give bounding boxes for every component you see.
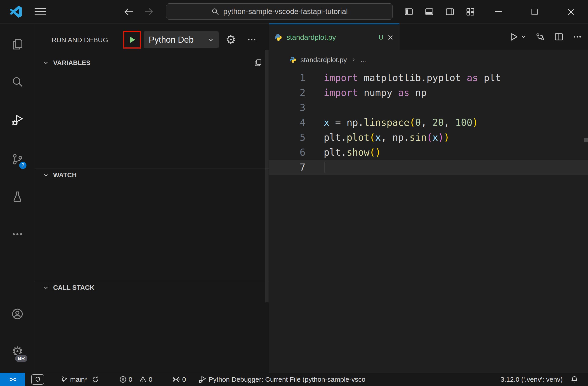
section-call-stack[interactable]: CALL STACK [35, 281, 269, 294]
search-value: python-sample-vscode-fastapi-tutorial [223, 7, 348, 16]
breadcrumb-symbol[interactable]: ... [360, 56, 366, 64]
line-number: 3 [269, 100, 305, 115]
chevron-down-icon [43, 172, 49, 178]
remote-indicator[interactable]: >< [0, 373, 25, 386]
sidebar-scrollbar[interactable] [265, 50, 269, 302]
sidebar-item-explorer[interactable] [0, 33, 35, 56]
toggle-secondary-sidebar-icon[interactable] [445, 7, 454, 16]
code-line-4: x = np.linspace(0, 20, 100) [269, 115, 588, 130]
section-watch-label: WATCH [53, 172, 77, 179]
python-interpreter-status[interactable]: 3.12.0 ('.venv': venv) [501, 376, 563, 383]
beaker-icon [11, 190, 24, 203]
window-maximize-icon[interactable] [531, 9, 538, 15]
section-call-stack-label: CALL STACK [53, 284, 94, 291]
breadcrumb-file[interactable]: standardplot.py [300, 56, 347, 64]
split-editor-icon[interactable] [554, 32, 564, 41]
editor-more-icon[interactable] [573, 32, 582, 41]
command-center-search[interactable]: python-sample-vscode-fastapi-tutorial [166, 3, 393, 20]
debug-settings-gear-icon[interactable]: ⚙ [225, 31, 237, 48]
start-debugging-button[interactable] [127, 35, 137, 45]
editor-group: standardplot.py U [269, 23, 588, 373]
code-line-6: plt.show() [269, 145, 588, 160]
ports-status[interactable]: 0 [172, 375, 186, 384]
toggle-sidebar-icon[interactable] [404, 7, 413, 16]
tab-standardplot[interactable]: standardplot.py U [269, 23, 399, 50]
git-sync-button[interactable] [92, 376, 99, 383]
vscode-window: python-sample-vscode-fastapi-tutorial [0, 0, 588, 386]
warning-count: 0 [148, 376, 152, 383]
breadcrumb: standardplot.py ... [269, 50, 588, 70]
branch-name: main* [70, 376, 87, 383]
navigate-forward-icon[interactable] [144, 7, 154, 17]
profile-badge: BR [15, 354, 28, 363]
section-variables[interactable]: VARIABLES [35, 56, 269, 69]
git-branch-status[interactable]: main* [61, 376, 87, 383]
toggle-panel-icon[interactable] [425, 7, 434, 16]
settings-gear-icon[interactable]: ⚙ BR [0, 340, 35, 363]
files-icon [11, 38, 24, 51]
workspace-trust-button[interactable] [31, 374, 44, 385]
line-number: 1 [269, 71, 305, 85]
shield-icon [35, 376, 41, 383]
copy-icon[interactable] [253, 58, 262, 67]
code-line-3 [269, 100, 588, 115]
activity-bar: 2 ⚙ BR [0, 23, 35, 373]
sidebar-title: RUN AND DEBUG [52, 36, 108, 44]
editor-actions [509, 23, 582, 50]
status-bar-right: 3.12.0 ('.venv': venv) [501, 375, 588, 384]
sidebar-item-source-control[interactable]: 2 [0, 148, 35, 171]
menu-hamburger-icon[interactable] [34, 7, 46, 17]
line-number: 2 [269, 85, 305, 100]
chevron-right-icon [350, 57, 357, 63]
git-branch-icon [61, 376, 68, 383]
customize-layout-icon[interactable] [466, 7, 475, 16]
title-bar: python-sample-vscode-fastapi-tutorial [0, 0, 588, 23]
debug-configuration-dropdown[interactable]: Python Deb [144, 31, 219, 48]
code-line-5: plt.plot(x, np.sin(x)) [269, 130, 588, 145]
open-changes-icon[interactable] [536, 32, 545, 41]
python-file-icon [275, 33, 283, 41]
section-watch[interactable]: WATCH [35, 169, 269, 182]
debugger-status-label: Python Debugger: Current File (python-sa… [209, 376, 366, 383]
run-and-debug-sidebar: RUN AND DEBUG Python Deb ⚙ VARIABLES [35, 23, 269, 373]
tab-bar: standardplot.py U [269, 23, 588, 50]
chevron-down-icon [521, 34, 526, 40]
git-untracked-indicator: U [379, 34, 383, 41]
chevron-down-icon [207, 36, 214, 44]
navigate-back-icon[interactable] [123, 7, 134, 17]
debug-views-more-icon[interactable] [245, 31, 258, 48]
warning-icon [139, 376, 147, 383]
window-close-icon[interactable] [567, 8, 575, 16]
line-number: 6 [269, 145, 305, 160]
debug-configuration-label: Python Deb [149, 35, 207, 45]
sidebar-item-run-and-debug[interactable] [0, 109, 35, 131]
code-line-1: import matplotlib.pyplot as plt [269, 71, 588, 85]
activity-more-icon[interactable] [0, 223, 35, 246]
problems-status[interactable]: 0 0 [119, 376, 152, 383]
error-icon [119, 376, 127, 383]
run-and-debug-icon [11, 114, 24, 126]
code-area[interactable]: 1234567 import matplotlib.pyplot as plti… [269, 70, 588, 175]
debug-alt-icon [198, 375, 206, 384]
line-numbers[interactable]: 1234567 [269, 71, 305, 175]
tab-close-icon[interactable] [387, 34, 394, 41]
code-line-2: import numpy as np [269, 85, 588, 100]
accounts-icon[interactable] [0, 303, 35, 325]
annotation-highlight-box [123, 31, 141, 49]
window-minimize-icon[interactable] [495, 11, 502, 12]
code-line-7 [269, 160, 588, 175]
sidebar-item-search[interactable] [0, 71, 35, 93]
scm-pending-changes-badge: 2 [19, 161, 27, 170]
run-python-file-button[interactable] [509, 32, 526, 42]
line-number: 4 [269, 115, 305, 130]
section-variables-label: VARIABLES [53, 59, 90, 67]
debugger-status[interactable]: Python Debugger: Current File (python-sa… [198, 375, 366, 384]
code-lines: import matplotlib.pyplot as pltimport nu… [269, 71, 588, 175]
ports-count: 0 [182, 376, 186, 383]
line-number: 5 [269, 130, 305, 145]
scrollbar-overview-mark[interactable] [584, 138, 588, 142]
sidebar-item-testing[interactable] [0, 185, 35, 208]
layout-controls [404, 7, 475, 16]
broadcast-icon [172, 375, 180, 384]
notifications-bell-icon[interactable] [570, 375, 579, 384]
